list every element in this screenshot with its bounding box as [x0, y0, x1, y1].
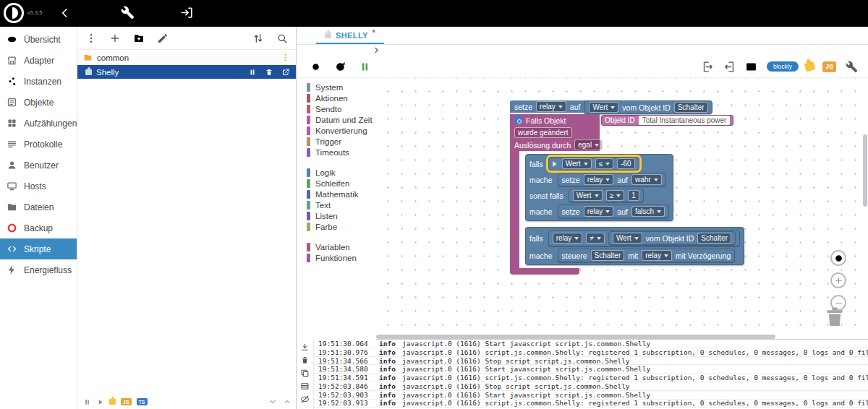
sidebar-item-skripte[interactable]: Skripte — [0, 238, 77, 259]
sidebar-item-hosts[interactable]: Hosts — [0, 176, 77, 197]
field-oid-relay[interactable]: relay — [584, 174, 614, 185]
visibility-icon[interactable] — [91, 6, 105, 20]
block-set-state[interactable]: setze relay auf Wert vom Objekt ID Schal… — [510, 100, 744, 114]
pause-script-icon[interactable] — [248, 68, 257, 77]
category-listen[interactable]: Listen — [297, 210, 376, 221]
field-value-relay[interactable]: relay — [553, 233, 583, 244]
field-value-wert[interactable]: Wert — [573, 190, 603, 201]
tab-shelly[interactable]: SHELLY * — [316, 28, 384, 44]
block-if-compare-states[interactable]: falls relay ≠ Wert vom Objekt ID Schalte… — [525, 227, 744, 265]
export-blocks-icon[interactable] — [702, 61, 714, 73]
field-operator-ne[interactable]: ≠ — [586, 233, 605, 244]
field-bool-wahr[interactable]: wahr — [631, 174, 662, 185]
sidebar-item-adapter[interactable]: Adapter — [0, 50, 77, 71]
expand-all-icon[interactable] — [283, 397, 292, 406]
category-aktionen[interactable]: Aktionen — [297, 92, 376, 103]
category-datum-und-zeit[interactable]: Datum und Zeit — [297, 114, 376, 125]
sidebar-item-aufzaehlungen[interactable]: Aufzählungen — [0, 113, 77, 134]
field-operator-le[interactable]: ≤ — [595, 158, 614, 169]
search-icon[interactable] — [276, 33, 288, 44]
pause-script-button[interactable] — [359, 61, 371, 73]
import-blocks-icon[interactable] — [723, 61, 736, 73]
field-number-1[interactable]: 1 — [628, 190, 639, 201]
clear-log-icon[interactable] — [300, 356, 310, 365]
add-folder-icon[interactable] — [133, 33, 145, 44]
download-log-icon[interactable] — [300, 343, 310, 352]
block-get-state-value[interactable]: Wert vom Objekt ID Schalter — [584, 100, 712, 114]
menu-dots-icon[interactable] — [85, 33, 97, 44]
delete-script-icon[interactable] — [265, 68, 273, 77]
block-compare-ne[interactable]: relay ≠ Wert vom Objekt ID Schalter — [548, 230, 740, 246]
sidebar-item-benutzer[interactable]: Benutzer — [0, 155, 77, 176]
theme-contrast-icon[interactable] — [150, 6, 164, 20]
field-operator-ge[interactable]: ≥ — [606, 190, 625, 201]
export-script-icon[interactable] — [281, 68, 290, 77]
category-timeouts[interactable]: Timeouts — [297, 147, 376, 158]
field-ausloesung[interactable]: egal — [574, 139, 603, 150]
settings-wrench-icon[interactable] — [846, 61, 858, 73]
logout-icon[interactable] — [180, 6, 194, 20]
field-object-id-selector[interactable]: Objekt ID Total Instantaneous power — [601, 115, 733, 126]
field-oid-schalter[interactable]: Schalter — [674, 102, 708, 113]
field-value-relay[interactable]: relay — [642, 250, 672, 261]
object-id-value[interactable]: Total Instantaneous power — [639, 116, 731, 125]
field-oid-relay[interactable]: relay — [536, 101, 566, 112]
field-attr-wert[interactable]: Wert — [589, 102, 618, 113]
block-compare-selected[interactable]: Wert ≤ -60 — [548, 157, 639, 171]
vscrollbar-thumb[interactable] — [863, 134, 867, 207]
sidebar-item-backup[interactable]: Backup — [0, 218, 77, 238]
refresh-icon[interactable] — [334, 61, 346, 73]
category-schleifen[interactable]: Schleifen — [297, 178, 376, 189]
blockly-mode-badge[interactable]: blockly — [767, 61, 799, 72]
image-export-icon[interactable] — [745, 61, 757, 73]
tree-folder-common[interactable]: common — [77, 50, 296, 65]
sidebar-item-energiefluss[interactable]: Energiefluss — [0, 259, 77, 280]
trash-drop-zone[interactable] — [822, 303, 848, 334]
filter-ts-badge[interactable]: TS — [137, 398, 148, 405]
category-variablen[interactable]: Variablen — [297, 241, 376, 252]
block-set-relay-true[interactable]: setze relay auf wahr — [558, 173, 666, 186]
field-oid-relay[interactable]: relay — [584, 206, 614, 217]
block-set-relay-false[interactable]: setze relay auf falsch — [558, 204, 670, 218]
sidebar-item-instanzen[interactable]: Instanzen — [0, 71, 77, 92]
filter-running-icon[interactable] — [96, 398, 104, 406]
filter-js-badge[interactable]: JS — [121, 398, 132, 405]
block-stack[interactable]: setze relay auf Wert vom Objekt ID Schal… — [510, 100, 744, 275]
collapse-all-icon[interactable] — [268, 397, 277, 406]
category-farbe[interactable]: Farbe — [297, 221, 376, 232]
zoom-in-button[interactable] — [830, 272, 846, 288]
block-if-elseif[interactable]: falls Wert ≤ -60 mache — [525, 154, 673, 221]
show-javascript-badge[interactable]: JS — [822, 61, 836, 72]
blockly-canvas[interactable]: setze relay auf Wert vom Objekt ID Schal… — [376, 78, 862, 334]
block-control-state[interactable]: steuere Schalter mit relay mit Verzögeru… — [558, 249, 736, 262]
edit-pencil-icon[interactable] — [157, 33, 169, 44]
category-trigger[interactable]: Trigger — [297, 136, 376, 147]
add-script-icon[interactable] — [109, 33, 121, 44]
locate-block-icon[interactable] — [310, 61, 322, 73]
folder-menu-dots-icon[interactable] — [281, 53, 290, 62]
category-konvertierung[interactable]: Konvertierung — [297, 125, 376, 136]
tree-script-shelly[interactable]: Shelly — [77, 65, 296, 79]
chevron-right-icon[interactable] — [372, 46, 381, 55]
field-bool-falsch[interactable]: falsch — [631, 206, 665, 217]
field-value-wert[interactable]: Wert — [562, 158, 592, 169]
filter-paused-icon[interactable] — [83, 398, 91, 406]
category-funktionen[interactable]: Funktionen — [297, 252, 376, 263]
hide-log-icon[interactable] — [300, 395, 310, 404]
block-compare-ge[interactable]: Wert ≥ 1 — [569, 189, 644, 202]
collapse-sidebar-icon[interactable] — [58, 6, 72, 20]
category-sendto[interactable]: Sendto — [297, 103, 376, 114]
field-number-minus60[interactable]: -60 — [617, 158, 634, 169]
wrench-icon[interactable] — [121, 6, 135, 20]
sidebar-item-protokolle[interactable]: Protokolle — [0, 134, 77, 155]
sidebar-item-objekte[interactable]: Objekte — [0, 92, 77, 113]
category-text[interactable]: Text — [297, 199, 376, 210]
field-oid-schalter[interactable]: Schalter — [591, 250, 625, 261]
log-columns-icon[interactable] — [300, 382, 310, 391]
category-logik[interactable]: Logik — [297, 167, 376, 178]
sidebar-item-uebersicht[interactable]: Übersicht — [0, 29, 77, 50]
field-attr-wert[interactable]: Wert — [613, 233, 642, 244]
sort-icon[interactable] — [252, 33, 264, 44]
block-get-state-value[interactable]: Wert vom Objekt ID Schalter — [608, 231, 736, 245]
sidebar-item-dateien[interactable]: Dateien — [0, 197, 77, 218]
